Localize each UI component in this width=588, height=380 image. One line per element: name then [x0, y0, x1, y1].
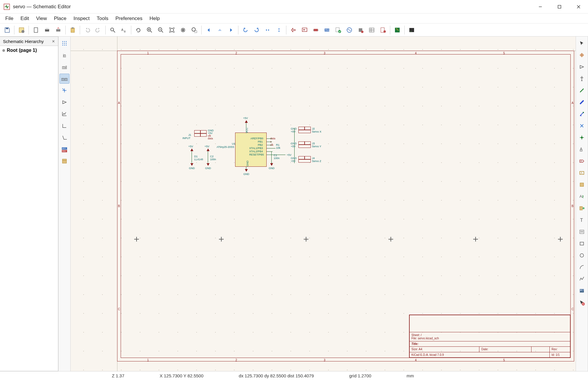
opamp-place-icon[interactable]	[577, 62, 587, 72]
textbox-icon[interactable]	[577, 227, 587, 237]
svg-rect-33	[313, 30, 314, 31]
refresh-icon[interactable]	[133, 25, 144, 35]
svg-text:R42: R42	[325, 29, 330, 32]
skew-axes-icon[interactable]	[59, 133, 69, 143]
sheet-icon[interactable]	[59, 156, 69, 166]
save-icon[interactable]	[2, 25, 12, 35]
highlight-net-icon[interactable]	[577, 50, 587, 60]
zoom-selection-icon[interactable]	[189, 25, 200, 35]
minimize-button[interactable]	[531, 0, 550, 13]
find-replace-icon[interactable]: AB	[119, 25, 129, 35]
circle-icon[interactable]	[577, 250, 587, 260]
simulator-icon[interactable]	[344, 25, 355, 35]
select-icon[interactable]	[577, 38, 587, 48]
symbol-editor-icon[interactable]	[288, 25, 299, 35]
bus-entry-icon[interactable]	[577, 109, 587, 119]
delete-tool-icon[interactable]	[577, 298, 587, 308]
arc-icon[interactable]	[577, 262, 587, 272]
cursor-cross[interactable]	[59, 85, 69, 95]
wire-icon[interactable]	[577, 85, 587, 95]
zoom-in-icon[interactable]	[144, 25, 155, 35]
maximize-button[interactable]	[550, 0, 569, 13]
mirror-h-icon[interactable]	[263, 25, 273, 35]
print-icon[interactable]	[42, 25, 52, 35]
symbol-browser-icon[interactable]	[299, 25, 310, 35]
menu-help[interactable]: Help	[146, 14, 163, 23]
text-letter-icon[interactable]: T	[577, 215, 587, 225]
erc-icon[interactable]	[333, 25, 343, 35]
annotate-icon[interactable]: R42	[322, 25, 332, 35]
junction-icon[interactable]	[577, 133, 587, 143]
bom-icon[interactable]	[378, 25, 388, 35]
svg-rect-84	[580, 230, 584, 234]
polyline-icon[interactable]	[577, 274, 587, 284]
undo-icon[interactable]	[82, 25, 92, 35]
close-button[interactable]	[569, 0, 588, 13]
status-grid[interactable]: grid 1.2700	[332, 373, 389, 378]
redo-icon[interactable]	[93, 25, 104, 35]
hier-label-icon[interactable]: A	[577, 168, 587, 178]
scripting-console-icon[interactable]: _	[406, 25, 417, 35]
footprint-assign-icon[interactable]	[310, 25, 321, 35]
opamp-icon[interactable]	[59, 97, 69, 107]
menubar: FileEditViewPlaceInspectToolsPreferences…	[0, 14, 588, 24]
find-icon[interactable]	[107, 25, 118, 35]
svg-line-69	[580, 89, 584, 92]
svg-rect-5	[6, 28, 8, 29]
menu-edit[interactable]: Edit	[17, 14, 32, 23]
axes-icon[interactable]	[59, 121, 69, 131]
zoom-objects-icon[interactable]	[178, 25, 188, 35]
svg-line-24	[162, 31, 163, 32]
status-xy: X 125.7300 Y 82.5500	[142, 373, 221, 378]
page-settings-icon[interactable]	[31, 25, 41, 35]
nav-up-icon[interactable]	[215, 25, 225, 35]
svg-rect-65	[62, 159, 67, 163]
svg-point-90	[581, 290, 582, 291]
zoom-fit-icon[interactable]	[167, 25, 177, 35]
local-label-icon[interactable]: A	[577, 144, 587, 154]
ref-r42-icon[interactable]: R??R42	[59, 144, 69, 154]
svg-rect-31	[314, 29, 318, 31]
in[interactable]: in	[59, 50, 69, 60]
schematic-canvas[interactable]: Sheet: /File: servo.kicad_sch Title: Siz…	[71, 37, 576, 371]
mil[interactable]: mil	[59, 62, 69, 72]
nav-forward-icon[interactable]	[226, 25, 236, 35]
footprint-editor-icon[interactable]	[355, 25, 366, 35]
menu-place[interactable]: Place	[50, 14, 70, 23]
hierarchy-root-item[interactable]: Root (page 1)	[2, 48, 56, 53]
rect-icon[interactable]	[577, 239, 587, 249]
paste-icon[interactable]	[67, 25, 78, 35]
rotate-cw-icon[interactable]	[251, 25, 262, 35]
schematic-setup-icon[interactable]	[16, 25, 27, 35]
close-panel-icon[interactable]: ✕	[52, 39, 55, 44]
sheet-icon[interactable]	[577, 180, 587, 190]
menu-tools[interactable]: Tools	[93, 14, 112, 23]
symbol-fields-icon[interactable]	[366, 25, 377, 35]
menu-file[interactable]: File	[2, 14, 17, 23]
pcb-editor-icon[interactable]	[392, 25, 403, 35]
bus-icon[interactable]	[577, 97, 587, 107]
noconnect-icon[interactable]	[577, 121, 587, 131]
zoom-out-icon[interactable]	[155, 25, 166, 35]
grid-icon[interactable]	[59, 38, 69, 48]
mirror-v-icon[interactable]	[274, 25, 284, 35]
hierarchy-tree[interactable]: Root (page 1)	[0, 46, 58, 371]
plot-icon[interactable]	[53, 25, 64, 35]
power-port-icon[interactable]	[577, 74, 587, 84]
nav-back-icon[interactable]	[203, 25, 214, 35]
menu-view[interactable]: View	[33, 14, 51, 23]
hierarchy-tab[interactable]: Schematic Hierarchy ✕	[0, 37, 58, 46]
image-icon[interactable]	[577, 286, 587, 296]
main-toolbar: AB R42 _	[0, 24, 588, 37]
svg-line-21	[150, 31, 152, 32]
mm[interactable]: mm	[59, 74, 69, 84]
plot-icon[interactable]	[59, 109, 69, 119]
netclass-icon[interactable]: A	[577, 191, 587, 201]
status-unit[interactable]: mm	[389, 373, 432, 378]
rotate-ccw-icon[interactable]	[240, 25, 251, 35]
menu-inspect[interactable]: Inspect	[70, 14, 93, 23]
sheet-pin-icon[interactable]: +	[577, 203, 587, 213]
svg-point-55	[62, 43, 63, 44]
menu-preferences[interactable]: Preferences	[112, 14, 146, 23]
global-label-icon[interactable]: A	[577, 156, 587, 166]
